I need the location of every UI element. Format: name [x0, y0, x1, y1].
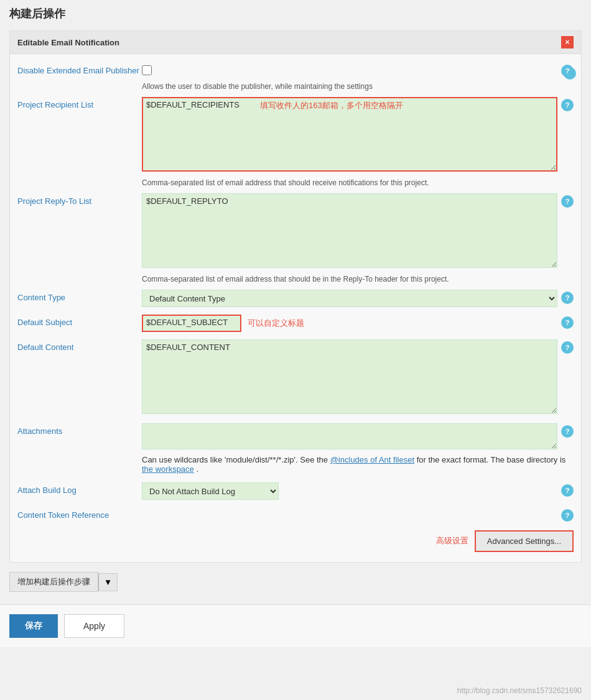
- main-content: Editable Email Notification × ? Disable …: [0, 24, 591, 598]
- advanced-settings-button[interactable]: Advanced Settings...: [475, 530, 574, 552]
- content-label: Default Content: [17, 339, 142, 352]
- attach-log-control: Do Not Attach Build Log Attach Build Log…: [142, 482, 557, 500]
- disable-control: [142, 63, 557, 77]
- subject-input[interactable]: [142, 315, 241, 332]
- disable-label: Disable Extended Email Publisher: [17, 63, 142, 75]
- page-header: 构建后操作: [0, 0, 591, 24]
- section-title: Editable Email Notification: [17, 38, 119, 47]
- ant-fileset-link[interactable]: @includes of Ant fileset: [330, 455, 414, 464]
- content-control: $DEFAULT_CONTENT: [142, 339, 557, 416]
- bottom-bar: 保存 Apply: [0, 604, 591, 647]
- replyto-label: Project Reply-To List: [17, 193, 142, 206]
- help-icon-content-token[interactable]: ?: [561, 509, 574, 522]
- attachments-label: Attachments: [17, 423, 142, 436]
- recipient-control: $DEFAULT_RECIPIENTS 填写收件人的163邮箱，多个用空格隔开: [142, 97, 557, 173]
- disable-hint: Allows the user to disable the publisher…: [17, 82, 574, 91]
- replyto-control: $DEFAULT_REPLYTO: [142, 193, 557, 270]
- content-token-label: Content Token Reference: [17, 507, 142, 520]
- advanced-hint: 高级设置: [436, 535, 468, 552]
- close-section-button[interactable]: ×: [561, 36, 574, 48]
- attach-log-row: Attach Build Log Do Not Attach Build Log…: [17, 479, 574, 504]
- attachments-control: [142, 423, 557, 451]
- replyto-description: Comma-separated list of email address th…: [17, 275, 574, 283]
- attachments-description-wrap: Can use wildcards like 'module/dist/**/*…: [17, 455, 574, 474]
- help-icon-attach-log[interactable]: ?: [561, 484, 574, 497]
- add-step-dropdown-button[interactable]: ▼: [98, 573, 118, 591]
- attach-log-label: Attach Build Log: [17, 482, 142, 495]
- subject-label: Default Subject: [17, 315, 142, 327]
- content-row: Default Content $DEFAULT_CONTENT ?: [17, 336, 574, 420]
- attach-log-select[interactable]: Do Not Attach Build Log Attach Build Log…: [142, 482, 279, 500]
- page-title: 构建后操作: [9, 6, 582, 21]
- recipient-description: Comma-separated list of email address th…: [17, 178, 574, 187]
- help-icon-content[interactable]: ?: [561, 341, 574, 354]
- help-icon-replyto[interactable]: ?: [561, 195, 574, 208]
- recipient-textarea[interactable]: [142, 97, 557, 172]
- attachments-row: Attachments ?: [17, 420, 574, 455]
- content-textarea[interactable]: [142, 339, 557, 414]
- attachments-desc-pre: Can use wildcards like 'module/dist/**/*…: [142, 455, 330, 464]
- content-type-row: Content Type Default Content Type HTML P…: [17, 286, 574, 311]
- help-icon-content-type[interactable]: ?: [561, 292, 574, 304]
- section-header: Editable Email Notification ×: [10, 31, 581, 54]
- content-token-row: Content Token Reference ?: [17, 504, 574, 525]
- content-type-control: Default Content Type HTML Plain Text Bot…: [142, 290, 557, 307]
- editable-email-section: Editable Email Notification × ? Disable …: [9, 30, 582, 563]
- replyto-row: Project Reply-To List $DEFAULT_REPLYTO ?: [17, 190, 574, 274]
- help-icon-subject[interactable]: ?: [561, 316, 574, 329]
- attachments-desc-mid: for the exact format. The base directory…: [417, 455, 566, 464]
- add-step-container: 增加构建后操作步骤 ▼: [9, 572, 582, 592]
- footer-url: http://blog.csdn.net/sms15732621690: [457, 686, 582, 695]
- disable-checkbox[interactable]: [142, 65, 152, 75]
- save-button[interactable]: 保存: [9, 614, 58, 638]
- recipient-row: Project Recipient List $DEFAULT_RECIPIEN…: [17, 93, 574, 177]
- subject-chinese-hint: 可以自定义标题: [248, 318, 304, 329]
- add-step-button[interactable]: 增加构建后操作步骤: [9, 572, 98, 592]
- apply-button[interactable]: Apply: [64, 614, 124, 638]
- replyto-textarea[interactable]: [142, 193, 557, 268]
- subject-row: Default Subject $DEFAULT_SUBJECT 可以自定义标题…: [17, 311, 574, 336]
- help-icon-disable[interactable]: ?: [561, 65, 574, 77]
- disable-publisher-row: Disable Extended Email Publisher ?: [17, 59, 574, 81]
- subject-control: $DEFAULT_SUBJECT 可以自定义标题: [142, 315, 557, 332]
- advanced-settings-row: 高级设置 Advanced Settings...: [17, 525, 574, 557]
- workspace-link[interactable]: the workspace: [142, 464, 194, 474]
- help-icon-attachments[interactable]: ?: [561, 425, 574, 438]
- page-wrapper: 构建后操作 Editable Email Notification × ? Di…: [0, 0, 591, 700]
- help-icon-recipient[interactable]: ?: [561, 99, 574, 111]
- attachments-textarea[interactable]: [142, 423, 557, 449]
- attachments-desc-post: .: [196, 464, 198, 474]
- content-type-select[interactable]: Default Content Type HTML Plain Text Bot…: [142, 290, 557, 307]
- form-body: ? Disable Extended Email Publisher ? All…: [10, 54, 581, 562]
- content-type-label: Content Type: [17, 290, 142, 302]
- add-step-label: 增加构建后操作步骤: [17, 576, 90, 587]
- recipient-label: Project Recipient List: [17, 97, 142, 109]
